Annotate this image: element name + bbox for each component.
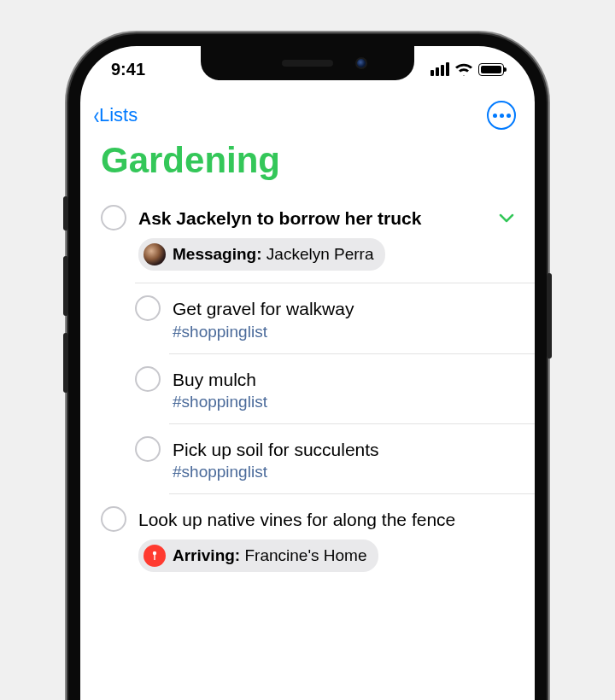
reminders-list: Ask Jackelyn to borrow her truck Messagi… xyxy=(80,193,535,572)
reminder-tag[interactable]: #shoppinglist xyxy=(173,393,518,411)
back-label: Lists xyxy=(99,104,138,126)
notch xyxy=(201,46,414,80)
badge-name: Francine's Home xyxy=(244,546,366,564)
complete-radio[interactable] xyxy=(135,436,161,462)
volume-up-button xyxy=(63,256,68,316)
reminder-tag[interactable]: #shoppinglist xyxy=(173,463,518,481)
power-button xyxy=(547,273,552,359)
mute-switch xyxy=(63,196,68,230)
badge-prefix: Arriving: xyxy=(173,546,240,564)
pin-icon xyxy=(144,545,166,567)
cellular-signal-icon xyxy=(430,62,449,76)
back-button[interactable]: ‹ Lists xyxy=(92,101,138,130)
complete-radio[interactable] xyxy=(135,366,161,392)
location-badge[interactable]: Arriving: Francine's Home xyxy=(138,540,378,572)
front-camera xyxy=(355,57,367,69)
reminder-row[interactable]: Look up native vines for along the fence… xyxy=(80,494,535,572)
reminder-row[interactable]: Ask Jackelyn to borrow her truck Messagi… xyxy=(80,193,535,271)
complete-radio[interactable] xyxy=(101,205,126,230)
reminder-tag[interactable]: #shoppinglist xyxy=(173,323,518,341)
reminder-subrow[interactable]: Get gravel for walkway #shoppinglist xyxy=(80,283,535,341)
clock: 9:41 xyxy=(111,60,145,79)
battery-icon xyxy=(478,63,504,76)
speaker-grille xyxy=(282,60,333,67)
badge-prefix: Messaging: xyxy=(173,245,262,263)
ellipsis-icon xyxy=(493,114,497,118)
complete-radio[interactable] xyxy=(135,295,161,321)
phone-frame: 9:41 ‹ Lists xyxy=(68,34,547,700)
more-button[interactable] xyxy=(487,101,516,130)
complete-radio[interactable] xyxy=(101,506,126,532)
volume-down-button xyxy=(63,333,68,393)
reminder-subrow[interactable]: Buy mulch #shoppinglist xyxy=(80,354,535,411)
nav-bar: ‹ Lists xyxy=(80,92,535,137)
reminder-title: Look up native vines for along the fence xyxy=(138,506,518,531)
reminder-title: Ask Jackelyn to borrow her truck xyxy=(138,205,495,230)
svg-rect-1 xyxy=(154,554,155,560)
reminder-title: Buy mulch xyxy=(173,366,518,391)
badge-name: Jackelyn Perra xyxy=(266,245,374,263)
reminder-subrow[interactable]: Pick up soil for succulents #shoppinglis… xyxy=(80,424,535,481)
wifi-icon xyxy=(454,62,473,76)
avatar xyxy=(144,243,166,265)
page-title: Gardening xyxy=(80,137,535,193)
chevron-down-icon[interactable] xyxy=(495,205,518,233)
screen: 9:41 ‹ Lists xyxy=(80,46,535,700)
chevron-left-icon: ‹ xyxy=(94,101,100,130)
reminder-title: Get gravel for walkway xyxy=(173,295,518,320)
reminder-title: Pick up soil for succulents xyxy=(173,436,518,461)
contact-badge[interactable]: Messaging: Jackelyn Perra xyxy=(138,238,385,271)
